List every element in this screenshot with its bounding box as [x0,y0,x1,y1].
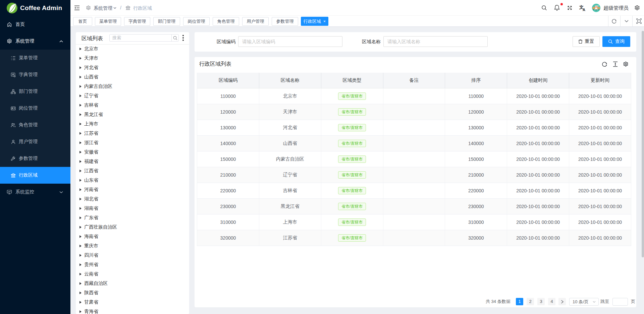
svg-text:A: A [583,8,585,11]
